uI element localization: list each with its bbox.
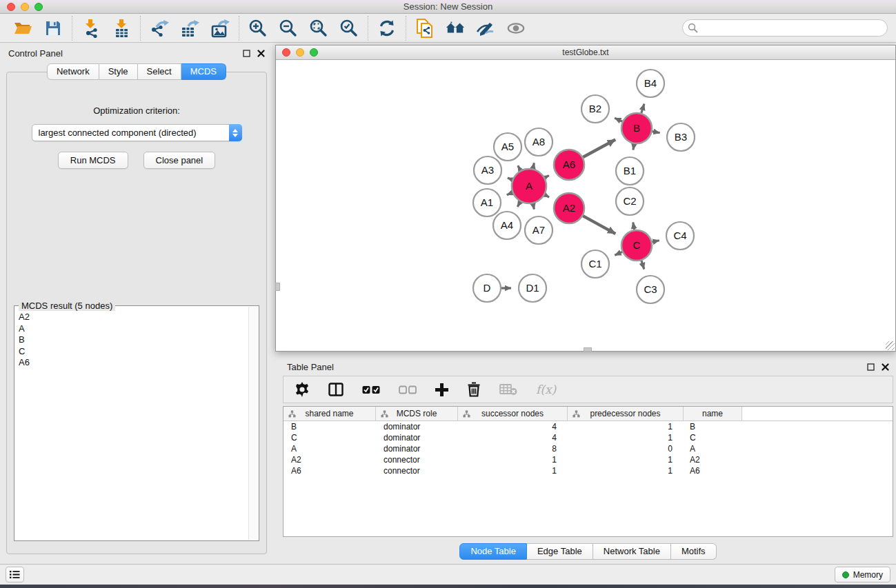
minimize-window-button[interactable] <box>21 3 29 11</box>
close-panel-icon[interactable] <box>257 50 265 57</box>
window-edge-handle[interactable] <box>584 347 592 352</box>
graph-node-A1[interactable]: A1 <box>473 189 501 216</box>
show-columns-icon[interactable] <box>328 383 344 396</box>
float-panel-icon[interactable] <box>867 363 875 371</box>
table-row[interactable]: Cdominator41C <box>283 432 893 443</box>
column-header-name[interactable]: name <box>684 407 742 420</box>
task-history-button[interactable] <box>6 567 24 582</box>
network-canvas[interactable]: B4B2BB3A5A8A6B1A3AC2A1A2A4A7C4CC1C3DD1 <box>276 60 895 351</box>
tab-select[interactable]: Select <box>138 63 181 80</box>
graph-node-B[interactable]: B <box>621 113 652 143</box>
graph-node-B1[interactable]: B1 <box>616 157 644 185</box>
close-panel-button[interactable]: Close panel <box>143 152 216 169</box>
new-network-from-selection-icon[interactable] <box>415 19 435 38</box>
window-edge-handle[interactable] <box>275 283 280 291</box>
tab-mcds[interactable]: MCDS <box>181 63 226 80</box>
two-houses-icon[interactable] <box>446 19 465 38</box>
graph-node-A5[interactable]: A5 <box>494 133 521 161</box>
column-header-successor-nodes[interactable]: successor nodes <box>458 407 568 420</box>
graph-node-A[interactable]: A <box>512 169 546 203</box>
mcds-result-item[interactable]: A2 <box>19 312 257 323</box>
graph-edge-C-C2[interactable] <box>633 223 635 230</box>
table-row[interactable]: A2connector11A2 <box>283 454 893 465</box>
graph-node-B4[interactable]: B4 <box>637 70 664 97</box>
resize-grip-icon[interactable] <box>886 341 895 350</box>
graph-edge-A-A2[interactable] <box>545 195 549 198</box>
tab-network[interactable]: Network <box>47 63 99 80</box>
graph-edge-A-A7[interactable] <box>533 203 535 209</box>
graph-edge-B-B3[interactable] <box>653 132 660 133</box>
table-settings-gear-icon[interactable] <box>295 382 310 397</box>
import-network-icon[interactable] <box>81 19 101 38</box>
tab-edge-table[interactable]: Edge Table <box>527 543 593 560</box>
add-column-icon[interactable] <box>435 383 448 396</box>
close-panel-icon[interactable] <box>882 363 889 371</box>
graph-edge-C-C1[interactable] <box>615 252 622 255</box>
export-network-icon[interactable] <box>150 19 169 38</box>
table-row[interactable]: A6connector11A6 <box>283 465 893 476</box>
column-header-MCDS-role[interactable]: MCDS role <box>376 407 458 420</box>
mcds-result-box[interactable]: MCDS result (5 nodes) A2ABCA6 <box>14 305 259 541</box>
graph-node-A6[interactable]: A6 <box>554 150 584 180</box>
graph-node-A4[interactable]: A4 <box>493 212 521 239</box>
table-row[interactable]: Bdominator41B <box>283 421 893 432</box>
mcds-result-item[interactable]: A <box>19 323 257 335</box>
graph-edge-A-A8[interactable] <box>533 163 535 168</box>
tab-node-table[interactable]: Node Table <box>459 543 527 560</box>
open-session-icon[interactable] <box>13 19 32 38</box>
zoom-out-icon[interactable] <box>279 19 298 38</box>
export-table-icon[interactable] <box>180 19 199 38</box>
graph-edge-B-B1[interactable] <box>633 144 634 150</box>
network-minimize-button[interactable] <box>296 48 304 57</box>
graph-node-D1[interactable]: D1 <box>519 274 546 302</box>
zoom-in-icon[interactable] <box>248 19 268 38</box>
graph-edge-B-B4[interactable] <box>641 104 644 113</box>
zoom-selected-icon[interactable] <box>339 19 359 38</box>
export-image-icon[interactable] <box>210 19 230 38</box>
graph-edge-A6-B[interactable] <box>583 140 615 158</box>
graph-node-B2[interactable]: B2 <box>581 95 609 123</box>
mcds-result-item[interactable]: B <box>19 334 257 346</box>
graph-edge-A-A1[interactable] <box>507 193 512 195</box>
network-zoom-button[interactable] <box>310 48 318 57</box>
table-row[interactable]: Adominator80A <box>283 443 893 454</box>
tab-motifs[interactable]: Motifs <box>671 543 717 560</box>
graph-node-A3[interactable]: A3 <box>474 156 501 184</box>
column-header-shared-name[interactable]: shared name <box>283 407 376 420</box>
deselect-all-checkboxes-icon[interactable] <box>399 385 417 394</box>
save-session-icon[interactable] <box>43 19 63 38</box>
import-table-icon[interactable] <box>112 19 131 38</box>
memory-button[interactable]: Memory <box>835 567 890 582</box>
graph-edge-A-A6[interactable] <box>545 176 549 178</box>
graph-edge-A-A5[interactable] <box>518 165 521 170</box>
graph-node-A8[interactable]: A8 <box>525 128 552 156</box>
criterion-select[interactable]: largest connected component (directed) <box>32 124 242 141</box>
refresh-icon[interactable] <box>377 19 397 38</box>
column-header-predecessor-nodes[interactable]: predecessor nodes <box>568 407 684 420</box>
tab-network-table[interactable]: Network Table <box>593 543 671 560</box>
network-close-button[interactable] <box>282 48 290 57</box>
network-graph[interactable]: B4B2BB3A5A8A6B1A3AC2A1A2A4A7C4CC1C3DD1 <box>276 60 895 351</box>
run-mcds-button[interactable]: Run MCDS <box>58 152 128 169</box>
select-all-checkboxes-icon[interactable] <box>362 385 380 394</box>
delete-column-trash-icon[interactable] <box>467 382 481 397</box>
zoom-fit-icon[interactable] <box>309 19 328 38</box>
graph-node-A7[interactable]: A7 <box>525 216 552 244</box>
search-input[interactable] <box>701 23 882 33</box>
graph-node-C[interactable]: C <box>621 230 652 261</box>
graph-edge-C-C3[interactable] <box>641 261 644 269</box>
mcds-result-item[interactable]: A6 <box>19 357 257 369</box>
graph-node-B3[interactable]: B3 <box>667 123 695 151</box>
graph-node-D[interactable]: D <box>473 274 501 302</box>
graph-node-C2[interactable]: C2 <box>616 187 644 215</box>
graph-node-C1[interactable]: C1 <box>581 250 609 278</box>
graph-edge-C-C4[interactable] <box>653 241 659 242</box>
eye-icon[interactable] <box>506 19 526 38</box>
float-panel-icon[interactable] <box>243 50 250 57</box>
network-window-titlebar[interactable]: testGlobe.txt <box>276 45 895 60</box>
graph-node-A2[interactable]: A2 <box>554 193 584 223</box>
zoom-window-button[interactable] <box>34 3 43 11</box>
result-scrollbar[interactable] <box>248 307 258 540</box>
delete-table-icon[interactable] <box>499 383 517 396</box>
mcds-result-item[interactable]: C <box>19 346 257 358</box>
